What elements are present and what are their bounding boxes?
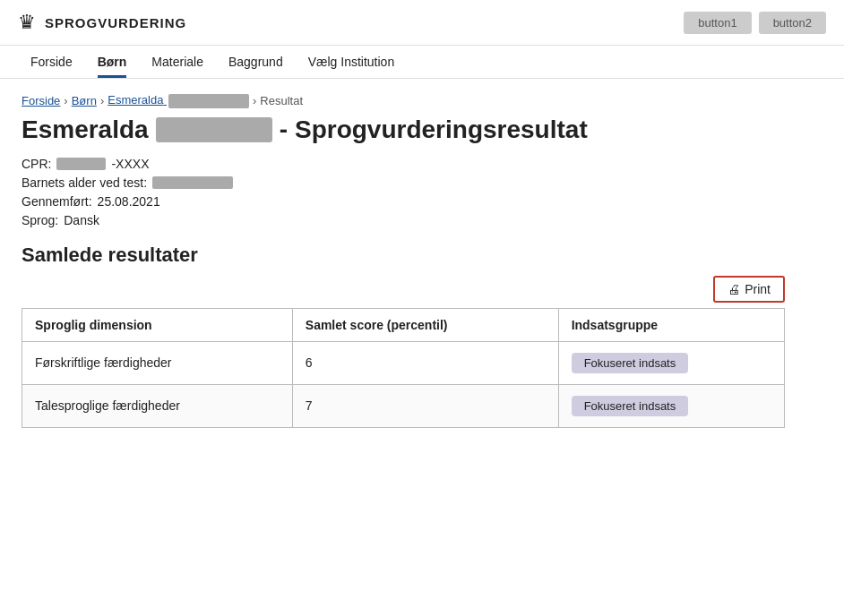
breadcrumb-sep-1: › [64, 94, 67, 107]
cell-score: 7 [292, 384, 558, 427]
cpr-suffix: -XXXX [111, 157, 149, 171]
age-label: Barnets alder ved test: [22, 175, 147, 190]
breadcrumb-sep-3: › [253, 94, 256, 107]
nav-born[interactable]: Børn [85, 46, 140, 78]
cell-gruppe: Fokuseret indsats [558, 341, 784, 384]
results-section: Samlede resultater 🖨 Print Sproglig dime… [22, 244, 785, 428]
nav-vaelg-institution[interactable]: Vælg Institution [296, 46, 408, 78]
page-title: Esmeralda - Sprogvurderingsresultat [22, 116, 785, 144]
table-row: Førskriftlige færdigheder6Fokuseret inds… [22, 341, 785, 384]
cpr-label: CPR: [22, 157, 51, 171]
gennemfort-value: 25.08.2021 [98, 194, 160, 209]
indsatsgruppe-badge: Fokuseret indsats [572, 353, 689, 373]
cell-dimension: Førskriftlige færdigheder [22, 341, 293, 384]
sprog-value: Dansk [64, 213, 99, 227]
breadcrumb-born[interactable]: Børn [72, 94, 97, 107]
print-label: Print [745, 282, 771, 296]
print-button[interactable]: 🖨 Print [713, 276, 785, 303]
results-table: Sproglig dimension Samlet score (percent… [22, 308, 785, 428]
cell-gruppe: Fokuseret indsats [558, 384, 784, 427]
top-header: ♛ SPROGVURDERING button1 button2 [0, 0, 844, 46]
nav-forside[interactable]: Forside [18, 46, 85, 78]
breadcrumb: Forside › Børn › Esmeralda › Resultat [22, 93, 785, 108]
sprog-row: Sprog: Dansk [22, 213, 785, 227]
breadcrumb-name[interactable]: Esmeralda [108, 93, 249, 108]
col-gruppe: Indsatsgruppe [558, 308, 784, 341]
crown-icon: ♛ [18, 11, 36, 34]
header-button-2[interactable]: button2 [759, 12, 826, 34]
title-last-name-redacted [156, 117, 272, 142]
info-section: CPR: -XXXX Barnets alder ved test: Genne… [22, 157, 785, 227]
breadcrumb-current: Resultat [260, 94, 303, 107]
cell-dimension: Talesproglige færdigheder [22, 384, 293, 427]
age-redacted [152, 176, 233, 189]
col-score: Samlet score (percentil) [292, 308, 558, 341]
cpr-redacted [56, 158, 106, 170]
gennemfort-row: Gennemført: 25.08.2021 [22, 194, 785, 209]
header-button-1[interactable]: button1 [684, 12, 751, 34]
print-area: 🖨 Print [22, 276, 785, 303]
sprog-label: Sprog: [22, 213, 58, 227]
logo-area: ♛ SPROGVURDERING [18, 11, 186, 34]
header-buttons: button1 button2 [684, 12, 826, 34]
indsatsgruppe-badge: Fokuseret indsats [572, 396, 689, 416]
results-heading: Samlede resultater [22, 244, 785, 267]
cell-score: 6 [292, 341, 558, 384]
age-row: Barnets alder ved test: [22, 175, 785, 190]
gennemfort-label: Gennemført: [22, 194, 92, 209]
table-header-row: Sproglig dimension Samlet score (percent… [22, 308, 785, 341]
title-first-name: Esmeralda [22, 116, 149, 144]
title-separator: - [280, 116, 288, 144]
printer-icon: 🖨 [728, 282, 740, 296]
title-suffix: Sprogvurderingsresultat [295, 116, 588, 144]
cpr-row: CPR: -XXXX [22, 157, 785, 171]
breadcrumb-sep-2: › [100, 94, 104, 107]
main-content: Forside › Børn › Esmeralda › Resultat Es… [0, 79, 806, 442]
table-row: Talesproglige færdigheder7Fokuseret inds… [22, 384, 785, 427]
breadcrumb-forside[interactable]: Forside [22, 94, 60, 107]
nav-baggrund[interactable]: Baggrund [216, 46, 296, 78]
app-title: SPROGVURDERING [45, 15, 186, 30]
col-dimension: Sproglig dimension [22, 308, 293, 341]
main-nav: Forside Børn Materiale Baggrund Vælg Ins… [0, 46, 844, 79]
nav-materiale[interactable]: Materiale [139, 46, 216, 78]
